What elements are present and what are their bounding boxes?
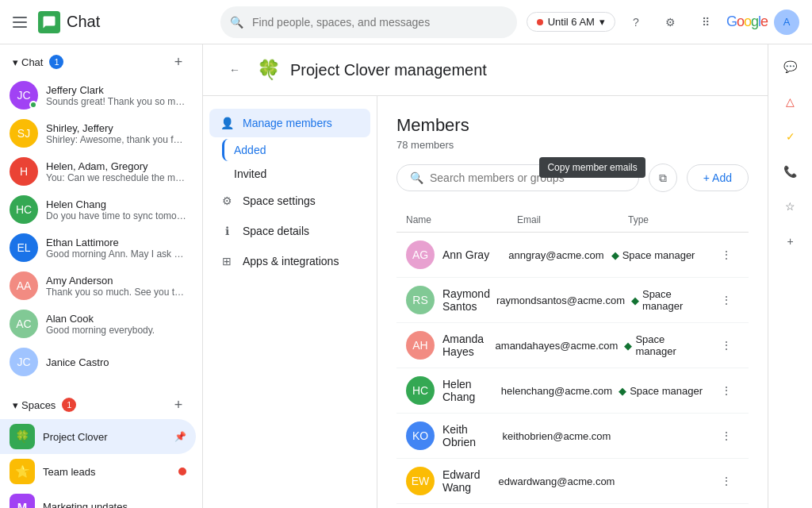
space-nav-space-details[interactable]: ℹ Space details (209, 217, 370, 245)
members-table-header: Name Email Type (396, 208, 749, 233)
table-row: KO Keith Obrien keithobrien@acme.com ⋮ (396, 414, 749, 459)
members-title: Members (396, 115, 749, 136)
chat-item-text: Shirley, Jeffery Shirley: Awesome, thank… (46, 122, 186, 145)
topbar-left: Chat (13, 11, 211, 33)
space-item-right (178, 468, 186, 475)
space-manager-badge: ◆ (624, 340, 632, 352)
topbar-right: Until 6 AM ▾ ? ⚙ ⠿ Google A (527, 8, 799, 37)
chat-item[interactable]: JC Janice Castro (0, 343, 196, 381)
chat-item-preview: Do you have time to sync tomorrow mori..… (46, 210, 186, 221)
chat-item[interactable]: AA Amy Anderson Thank you so much. See y… (0, 267, 196, 305)
space-header-icon: 🍀 (257, 59, 281, 81)
user-avatar[interactable]: A (774, 10, 799, 35)
spaces-badge: 1 (62, 398, 76, 412)
chat-item-preview: Shirley: Awesome, thank you for the... (46, 134, 186, 145)
space-manager-badge: ◆ (631, 294, 639, 306)
space-item[interactable]: ⭐ Team leads (0, 454, 196, 489)
chat-item[interactable]: H Helen, Adam, Gregory You: Can we resch… (0, 152, 196, 190)
member-more-button[interactable]: ⋮ (714, 242, 739, 267)
space-nav-manage-members[interactable]: 👤 Manage members (209, 109, 370, 137)
member-type-label: Space manager (630, 385, 703, 397)
member-name: Ann Gray (442, 248, 489, 261)
member-more-button[interactable]: ⋮ (714, 287, 739, 313)
hamburger-button[interactable] (13, 13, 32, 32)
chat-list: JC Jeffery Clark Sounds great! Thank you… (0, 76, 202, 381)
help-button[interactable]: ? (622, 8, 650, 37)
member-email: edwardwang@acme.com (499, 475, 615, 487)
member-more-button[interactable]: ⋮ (714, 333, 739, 358)
new-space-button[interactable]: + (167, 394, 190, 416)
member-name: Edward Wang (442, 468, 492, 494)
member-avatar: EW (406, 467, 435, 495)
right-panel-star-button[interactable]: ☆ (775, 190, 806, 222)
add-member-button[interactable]: + Add (687, 164, 749, 191)
space-item[interactable]: M Marketing updates (0, 489, 196, 508)
member-name-cell: RS Raymond Santos (406, 286, 490, 314)
member-avatar: KO (406, 421, 435, 450)
member-more-button[interactable]: ⋮ (714, 468, 739, 494)
chat-avatar: HC (10, 195, 38, 224)
col-email: Email (517, 214, 622, 225)
sub-nav-added[interactable]: Added (222, 139, 370, 161)
chat-item-name: Janice Castro (46, 356, 186, 368)
chat-badge: 1 (49, 55, 63, 69)
copy-emails-button[interactable]: ⧉ (649, 164, 677, 192)
right-panel-add-button[interactable]: + (775, 225, 806, 257)
member-more-button[interactable]: ⋮ (714, 423, 739, 448)
unread-dot (178, 468, 186, 475)
chat-collapse-icon[interactable]: ▾ (13, 56, 18, 68)
space-item-icon: 🍀 (10, 424, 35, 449)
search-input[interactable] (220, 6, 517, 38)
space-nav-icon: ⚙ (219, 193, 235, 209)
chat-item-text: Jeffery Clark Sounds great! Thank you so… (46, 84, 186, 107)
search-wrapper: 🔍 (220, 6, 517, 38)
chat-item-text: Amy Anderson Thank you so much. See you … (46, 275, 186, 298)
chat-section-header: ▾ Chat 1 + (0, 44, 202, 76)
right-panel-chat-button[interactable]: 💬 (775, 51, 806, 83)
spaces-collapse-icon[interactable]: ▾ (13, 399, 18, 411)
chat-avatar: EL (10, 233, 38, 262)
space-item-icon: M (10, 494, 35, 508)
col-name: Name (406, 214, 511, 225)
space-item-icon: ⭐ (10, 459, 35, 484)
apps-button[interactable]: ⠿ (691, 8, 720, 37)
space-item[interactable]: 🍀 Project Clover 📌 (0, 419, 196, 454)
online-indicator (29, 101, 37, 109)
table-row: AG Ann Gray anngray@acme.com ◆ Space man… (396, 233, 749, 278)
space-nav-icon: 👤 (219, 115, 235, 131)
member-more-button[interactable]: ⋮ (714, 378, 739, 403)
table-row: AH Amanda Hayes amandahayes@acme.com ◆ S… (396, 323, 749, 368)
sidebar: ▾ Chat 1 + JC Jeffery Clark Sounds great… (0, 44, 203, 508)
settings-button[interactable]: ⚙ (657, 8, 685, 37)
chat-item-preview: Sounds great! Thank you so much Ann! (46, 96, 186, 107)
member-type: ◆ Space manager (611, 249, 707, 261)
right-panel-call-button[interactable]: 📞 (775, 156, 806, 187)
meet-badge[interactable]: Until 6 AM ▾ (527, 12, 615, 32)
chat-item-text: Alan Cook Good morning everybody. (46, 313, 186, 336)
app-title: Chat (67, 13, 100, 31)
right-panel-drive-button[interactable]: △ (775, 86, 806, 117)
meet-dot (537, 19, 543, 25)
chat-avatar: JC (10, 348, 38, 376)
chat-item[interactable]: JC Jeffery Clark Sounds great! Thank you… (0, 76, 196, 114)
space-nav-list: 👤 Manage members AddedInvited ⚙ Space se… (209, 109, 370, 275)
right-panel-tasks-button[interactable]: ✓ (775, 121, 806, 152)
chat-item[interactable]: EL Ethan Lattimore Good morning Ann. May… (0, 229, 196, 267)
space-item-name: Project Clover (43, 431, 167, 443)
chat-item[interactable]: HC Helen Chang Do you have time to sync … (0, 190, 196, 229)
chat-item[interactable]: SJ Shirley, Jeffery Shirley: Awesome, th… (0, 114, 196, 152)
chat-item[interactable]: AC Alan Cook Good morning everybody. (0, 305, 196, 343)
chat-avatar: H (10, 157, 38, 186)
members-content: Members 78 members 🔍 ⧉ Copy member email… (377, 96, 768, 508)
sub-nav-invited[interactable]: Invited (222, 163, 370, 185)
chat-item-name: Jeffery Clark (46, 84, 186, 96)
chat-item-name: Shirley, Jeffery (46, 122, 186, 134)
space-nav-label: Space details (243, 225, 309, 237)
space-nav-space-settings[interactable]: ⚙ Space settings (209, 187, 370, 215)
back-button[interactable]: ← (222, 57, 247, 83)
new-chat-button[interactable]: + (167, 51, 190, 73)
spaces-section-label: Spaces (21, 399, 56, 411)
member-name-cell: KO Keith Obrien (406, 421, 496, 450)
table-row: EW Edward Wang edwardwang@acme.com ⋮ (396, 459, 749, 504)
space-nav-apps-integrations[interactable]: ⊞ Apps & integrations (209, 247, 370, 275)
